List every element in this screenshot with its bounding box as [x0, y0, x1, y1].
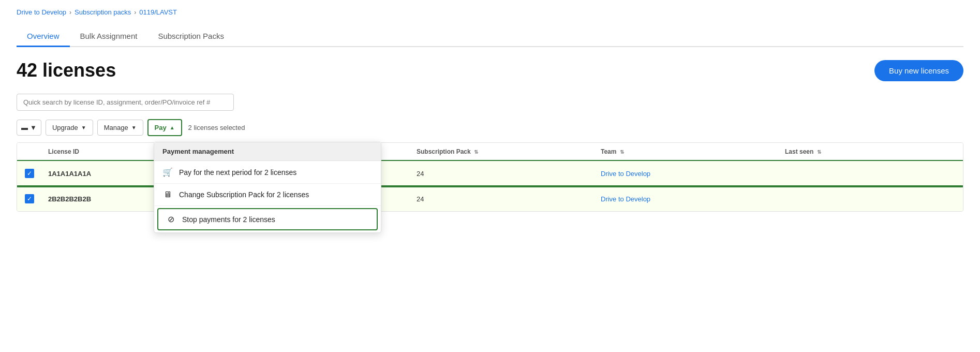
- pay-caret: ▲: [170, 125, 175, 130]
- row2-team-link[interactable]: Drive to Develop: [601, 195, 650, 203]
- upgrade-button[interactable]: Upgrade ▼: [46, 120, 93, 136]
- col-last-seen[interactable]: Last seen ⇅: [779, 143, 963, 161]
- breadcrumb-sep-2: ›: [134, 9, 136, 16]
- manage-button[interactable]: Manage ▼: [97, 120, 143, 136]
- search-input[interactable]: [17, 94, 234, 111]
- sub-pack-sort-icon: ⇅: [474, 149, 478, 155]
- row2-sub-pack: 24: [410, 186, 595, 212]
- selected-info: 2 licenses selected: [188, 124, 245, 131]
- row2-checkbox-cell[interactable]: ✓: [17, 186, 42, 212]
- pay-dropdown-menu: Payment management 🛒 Pay for the next pe…: [154, 142, 381, 233]
- dropdown-item-stop-label: Stop payments for 2 licenses: [182, 215, 275, 224]
- tab-subscription-packs[interactable]: Subscription Packs: [147, 26, 234, 47]
- row2-checkbox[interactable]: ✓: [25, 194, 34, 203]
- col-sub-pack[interactable]: Subscription Pack ⇅: [410, 143, 595, 161]
- row1-checkbox-cell[interactable]: ✓: [17, 161, 42, 186]
- last-seen-sort-icon: ⇅: [817, 149, 821, 155]
- tabs-container: Overview Bulk Assignment Subscription Pa…: [17, 26, 963, 47]
- select-all-button[interactable]: ▬ ▼: [17, 120, 41, 136]
- tab-bulk-assignment[interactable]: Bulk Assignment: [70, 26, 148, 47]
- row1-team-link[interactable]: Drive to Develop: [601, 170, 650, 178]
- tab-overview[interactable]: Overview: [17, 26, 70, 47]
- select-all-caret: ▼: [30, 124, 37, 131]
- row1-team: Drive to Develop: [595, 161, 779, 186]
- pack-icon: 🖥: [162, 190, 173, 199]
- dropdown-item-change-pack-label: Change Subscription Pack for 2 licenses: [179, 190, 309, 199]
- dropdown-header: Payment management: [154, 142, 381, 161]
- header-row: 42 licenses Buy new licenses: [17, 60, 963, 81]
- pay-button[interactable]: Pay ▲: [147, 119, 182, 136]
- col-checkbox: [17, 143, 42, 161]
- minus-icon: ▬: [21, 124, 28, 131]
- col-team[interactable]: Team ⇅: [595, 143, 779, 161]
- row1-checkbox[interactable]: ✓: [25, 169, 34, 178]
- row1-sub-pack: 24: [410, 161, 595, 186]
- pay-label: Pay: [155, 124, 167, 131]
- row1-last-seen: [779, 161, 963, 186]
- licenses-count: 42 licenses: [17, 60, 116, 81]
- dropdown-item-change-pack[interactable]: 🖥 Change Subscription Pack for 2 license…: [154, 184, 381, 206]
- upgrade-label: Upgrade: [52, 124, 78, 131]
- row2-last-seen: [779, 186, 963, 212]
- buy-new-licenses-button[interactable]: Buy new licenses: [874, 60, 963, 81]
- team-sort-icon: ⇅: [620, 149, 624, 155]
- toolbar: ▬ ▼ Upgrade ▼ Manage ▼ Pay ▲ 2 licenses …: [17, 119, 963, 136]
- breadcrumb-sep-1: ›: [69, 9, 71, 16]
- stop-icon: ⊘: [166, 214, 176, 224]
- breadcrumb-subscription-packs[interactable]: Subscription packs: [75, 8, 131, 16]
- search-bar: [17, 94, 963, 111]
- manage-label: Manage: [104, 124, 128, 131]
- page-wrapper: Drive to Develop › Subscription packs › …: [0, 0, 980, 352]
- dropdown-item-stop-payments[interactable]: ⊘ Stop payments for 2 licenses: [157, 208, 378, 230]
- manage-caret: ▼: [131, 125, 137, 130]
- breadcrumb: Drive to Develop › Subscription packs › …: [17, 8, 963, 16]
- dropdown-item-pay-next[interactable]: 🛒 Pay for the next period for 2 licenses: [154, 161, 381, 184]
- breadcrumb-drive-to-develop[interactable]: Drive to Develop: [17, 8, 66, 16]
- cart-icon: 🛒: [162, 167, 173, 177]
- dropdown-item-pay-next-label: Pay for the next period for 2 licenses: [179, 168, 296, 177]
- breadcrumb-invoice-ref[interactable]: 0119/LAVST: [139, 8, 177, 16]
- row2-team: Drive to Develop: [595, 186, 779, 212]
- upgrade-caret: ▼: [81, 125, 86, 130]
